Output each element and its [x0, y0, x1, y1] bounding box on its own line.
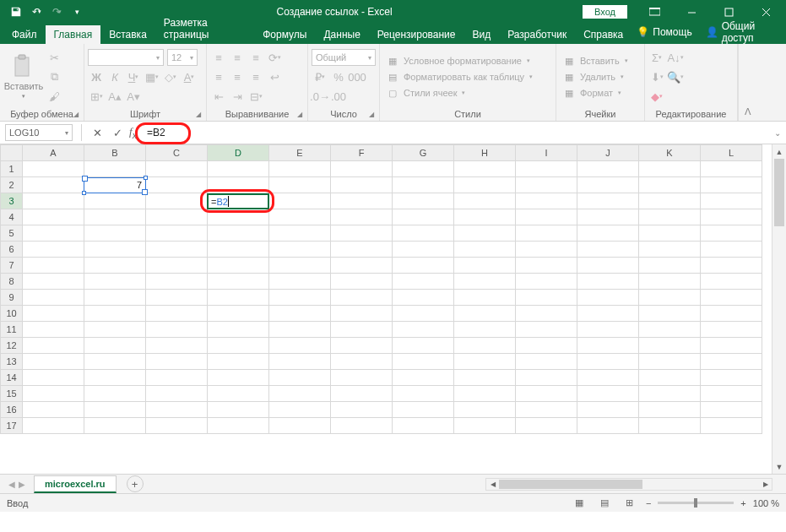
dialog-launcher-icon[interactable]: ◢	[73, 111, 79, 118]
fill-icon[interactable]: ⬇▾	[648, 68, 665, 85]
scroll-down-icon[interactable]: ▼	[772, 459, 786, 474]
cell-styles-button[interactable]: ▢Стили ячеек▾	[383, 86, 552, 100]
tab-developer[interactable]: Разработчик	[499, 25, 575, 44]
expand-formula-bar-icon[interactable]: ⌄	[769, 128, 786, 138]
tab-data[interactable]: Данные	[315, 25, 368, 44]
vertical-scrollbar[interactable]: ▲ ▼	[772, 144, 786, 474]
increase-decimal-icon[interactable]: .0→	[312, 88, 328, 105]
increase-font-icon[interactable]: A▴	[106, 88, 123, 105]
page-layout-view-icon[interactable]: ▤	[595, 496, 614, 511]
wrap-text-icon[interactable]: ↩	[266, 68, 283, 85]
redo-icon[interactable]: ↷▾	[47, 3, 66, 21]
fill-color-icon[interactable]: ◇▾	[162, 68, 179, 85]
align-middle-icon[interactable]: ≡	[229, 49, 246, 66]
copy-icon[interactable]: ⧉	[46, 68, 62, 85]
new-sheet-icon[interactable]: +	[127, 475, 144, 492]
font-name-select[interactable]: ▾	[88, 49, 164, 66]
cut-icon[interactable]: ✂	[46, 49, 62, 66]
paste-button[interactable]: Вставить ▾	[3, 54, 44, 100]
share-icon: 👤	[706, 26, 718, 38]
dialog-launcher-icon[interactable]: ◢	[196, 111, 201, 118]
borders-icon[interactable]: ⊞▾	[88, 88, 105, 105]
align-left-icon[interactable]: ≡	[210, 68, 227, 85]
number-format-select[interactable]: Общий▾	[312, 49, 376, 66]
name-box[interactable]: LOG10▾	[5, 124, 73, 141]
chevron-down-icon[interactable]: ▾	[65, 129, 68, 137]
normal-view-icon[interactable]: ▦	[570, 496, 588, 511]
increase-indent-icon[interactable]: ⇥	[229, 88, 246, 105]
sheet-nav-prev-icon[interactable]: ◀	[8, 480, 15, 489]
font-color-icon[interactable]: A▾	[181, 68, 198, 85]
page-break-view-icon[interactable]: ⊞	[621, 496, 639, 511]
tab-help[interactable]: Справка	[575, 25, 632, 44]
format-cells-button[interactable]: ▦Формат▾	[560, 86, 632, 100]
collapse-ribbon-icon[interactable]: ᐱ	[738, 44, 756, 121]
scroll-thumb[interactable]	[499, 480, 642, 489]
sort-filter-icon[interactable]: A↓▾	[667, 49, 684, 66]
spreadsheet-grid[interactable]: ABCDEFGHIJKL12734567891011121314151617 =…	[0, 144, 786, 474]
decrease-indent-icon[interactable]: ⇤	[210, 88, 227, 105]
percent-icon[interactable]: %	[330, 68, 347, 85]
active-cell[interactable]: =B2	[207, 193, 269, 209]
align-right-icon[interactable]: ≡	[247, 68, 264, 85]
formula-input[interactable]: =B2	[142, 125, 769, 140]
align-top-icon[interactable]: ≡	[210, 49, 227, 66]
merge-icon[interactable]: ⊟▾	[247, 88, 264, 105]
tab-formulas[interactable]: Формулы	[254, 25, 315, 44]
scroll-left-icon[interactable]: ◀	[486, 479, 499, 490]
undo-icon[interactable]: ↶▾	[27, 3, 46, 21]
italic-icon[interactable]: К	[106, 68, 123, 85]
enter-formula-icon[interactable]: ✓	[107, 123, 127, 142]
quick-access-toolbar: ↶▾ ↷▾ ▾	[0, 3, 86, 21]
format-as-table-button[interactable]: ▤Форматировать как таблицу▾	[383, 70, 552, 84]
decrease-decimal-icon[interactable]: .00	[330, 88, 347, 105]
orientation-icon[interactable]: ⟳▾	[266, 49, 283, 66]
tab-view[interactable]: Вид	[464, 25, 500, 44]
dialog-launcher-icon[interactable]: ◢	[297, 111, 302, 118]
fx-icon[interactable]: fx	[129, 125, 137, 140]
scroll-up-icon[interactable]: ▲	[772, 144, 786, 159]
border-icon[interactable]: ▦▾	[144, 68, 160, 85]
zoom-out-icon[interactable]: −	[646, 498, 651, 508]
delete-cells-button[interactable]: ▦Удалить▾	[560, 70, 632, 84]
tell-me[interactable]: 💡Помощь	[632, 26, 697, 38]
conditional-formatting-button[interactable]: ▦Условное форматирование▾	[383, 54, 552, 68]
sheet-tab[interactable]: microexcel.ru	[34, 475, 117, 493]
decrease-font-icon[interactable]: A▾	[125, 88, 142, 105]
scroll-right-icon[interactable]: ▶	[759, 479, 772, 490]
comma-icon[interactable]: 000	[349, 68, 366, 85]
tab-home[interactable]: Главная	[46, 25, 101, 44]
login-button[interactable]: Вход	[583, 5, 627, 19]
cancel-formula-icon[interactable]: ✕	[87, 123, 107, 142]
clear-icon[interactable]: ◆▾	[648, 88, 665, 105]
autosum-icon[interactable]: Σ▾	[648, 49, 665, 66]
bold-icon[interactable]: Ж	[88, 68, 105, 85]
insert-cells-button[interactable]: ▦Вставить▾	[560, 54, 632, 68]
underline-icon[interactable]: Ч▾	[125, 68, 142, 85]
table-icon: ▤	[387, 71, 398, 83]
group-font: ▾ 12▾ Ж К Ч▾ ▦▾ ◇▾ A▾ ⊞▾ A▴ A▾ Шрифт◢	[84, 44, 207, 121]
find-select-icon[interactable]: 🔍▾	[667, 68, 684, 85]
tab-pagelayout[interactable]: Разметка страницы	[155, 14, 254, 44]
save-icon[interactable]	[7, 3, 25, 21]
align-center-icon[interactable]: ≡	[229, 68, 246, 85]
delete-cell-icon: ▦	[563, 71, 575, 83]
dialog-launcher-icon[interactable]: ◢	[369, 111, 374, 118]
format-painter-icon[interactable]: 🖌	[46, 88, 62, 105]
tab-file[interactable]: Файл	[3, 25, 46, 44]
sheet-nav-next-icon[interactable]: ▶	[19, 480, 25, 489]
horizontal-scrollbar[interactable]: ◀ ▶	[485, 478, 772, 491]
accounting-icon[interactable]: ₽▾	[312, 68, 328, 85]
zoom-level[interactable]: 100 %	[753, 498, 779, 508]
font-size-select[interactable]: 12▾	[167, 49, 198, 66]
zoom-slider[interactable]	[658, 502, 734, 504]
share-button[interactable]: 👤Общий доступ	[701, 20, 778, 44]
scroll-thumb[interactable]	[774, 159, 784, 226]
format-cell-icon: ▦	[563, 87, 575, 99]
tab-insert[interactable]: Вставка	[100, 25, 155, 44]
bulb-icon: 💡	[637, 26, 649, 38]
qat-customize-icon[interactable]: ▾	[68, 3, 86, 21]
align-bottom-icon[interactable]: ≡	[247, 49, 264, 66]
tab-review[interactable]: Рецензирование	[369, 25, 464, 44]
zoom-in-icon[interactable]: +	[740, 498, 745, 508]
